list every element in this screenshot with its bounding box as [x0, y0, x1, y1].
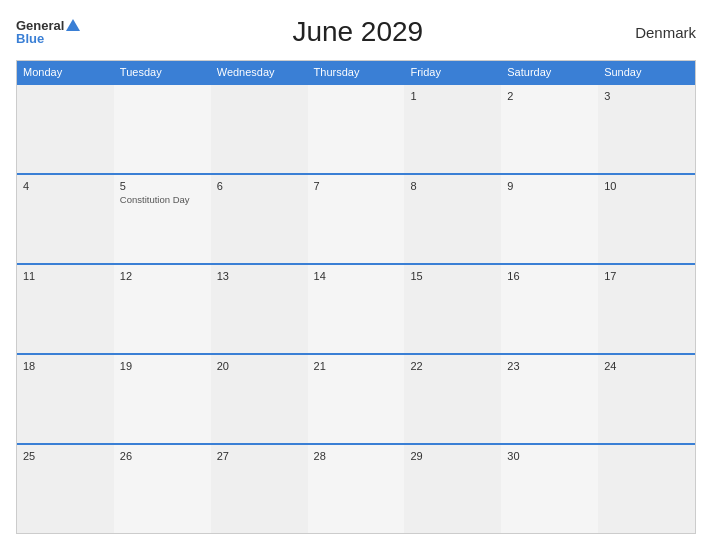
day-number: 24 [604, 360, 689, 372]
day-number: 19 [120, 360, 205, 372]
weekday-header-thursday: Thursday [308, 61, 405, 83]
calendar-cell: 20 [211, 355, 308, 443]
day-number: 14 [314, 270, 399, 282]
calendar-week-5: 252627282930 [17, 443, 695, 533]
calendar-cell: 17 [598, 265, 695, 353]
day-number: 5 [120, 180, 205, 192]
calendar-cell: 16 [501, 265, 598, 353]
calendar-body: 12345Constitution Day6789101112131415161… [17, 83, 695, 533]
calendar-cell: 7 [308, 175, 405, 263]
weekday-header-monday: Monday [17, 61, 114, 83]
day-number: 12 [120, 270, 205, 282]
calendar-cell: 23 [501, 355, 598, 443]
calendar-cell: 19 [114, 355, 211, 443]
day-number: 15 [410, 270, 495, 282]
day-number: 26 [120, 450, 205, 462]
day-number: 30 [507, 450, 592, 462]
day-number: 22 [410, 360, 495, 372]
calendar-cell [114, 85, 211, 173]
country-label: Denmark [635, 24, 696, 41]
calendar-cell [308, 85, 405, 173]
calendar-cell: 25 [17, 445, 114, 533]
logo: General Blue [16, 19, 80, 45]
day-event: Constitution Day [120, 194, 205, 205]
calendar-week-3: 11121314151617 [17, 263, 695, 353]
weekday-header-saturday: Saturday [501, 61, 598, 83]
calendar-cell [17, 85, 114, 173]
calendar-cell: 22 [404, 355, 501, 443]
calendar-cell: 30 [501, 445, 598, 533]
day-number: 2 [507, 90, 592, 102]
page-header: General Blue June 2029 Denmark [16, 16, 696, 48]
weekday-header-friday: Friday [404, 61, 501, 83]
calendar-header: MondayTuesdayWednesdayThursdayFridaySatu… [17, 61, 695, 83]
day-number: 13 [217, 270, 302, 282]
day-number: 23 [507, 360, 592, 372]
day-number: 27 [217, 450, 302, 462]
day-number: 11 [23, 270, 108, 282]
day-number: 4 [23, 180, 108, 192]
calendar-week-4: 18192021222324 [17, 353, 695, 443]
calendar-cell: 9 [501, 175, 598, 263]
day-number: 9 [507, 180, 592, 192]
calendar: MondayTuesdayWednesdayThursdayFridaySatu… [16, 60, 696, 534]
logo-blue-text: Blue [16, 32, 80, 45]
day-number: 20 [217, 360, 302, 372]
calendar-cell: 28 [308, 445, 405, 533]
weekday-header-tuesday: Tuesday [114, 61, 211, 83]
calendar-cell: 14 [308, 265, 405, 353]
weekday-header-sunday: Sunday [598, 61, 695, 83]
weekday-header-wednesday: Wednesday [211, 61, 308, 83]
calendar-cell: 13 [211, 265, 308, 353]
day-number: 18 [23, 360, 108, 372]
calendar-cell: 1 [404, 85, 501, 173]
calendar-cell [598, 445, 695, 533]
calendar-week-2: 45Constitution Day678910 [17, 173, 695, 263]
calendar-cell: 12 [114, 265, 211, 353]
calendar-cell: 5Constitution Day [114, 175, 211, 263]
day-number: 28 [314, 450, 399, 462]
day-number: 16 [507, 270, 592, 282]
calendar-cell: 21 [308, 355, 405, 443]
calendar-cell: 29 [404, 445, 501, 533]
day-number: 8 [410, 180, 495, 192]
calendar-cell: 18 [17, 355, 114, 443]
calendar-cell: 15 [404, 265, 501, 353]
calendar-cell: 6 [211, 175, 308, 263]
day-number: 10 [604, 180, 689, 192]
calendar-cell [211, 85, 308, 173]
day-number: 3 [604, 90, 689, 102]
day-number: 6 [217, 180, 302, 192]
day-number: 1 [410, 90, 495, 102]
calendar-cell: 10 [598, 175, 695, 263]
calendar-cell: 26 [114, 445, 211, 533]
calendar-cell: 2 [501, 85, 598, 173]
calendar-cell: 11 [17, 265, 114, 353]
calendar-cell: 3 [598, 85, 695, 173]
page-title: June 2029 [292, 16, 423, 48]
day-number: 17 [604, 270, 689, 282]
day-number: 25 [23, 450, 108, 462]
calendar-cell: 24 [598, 355, 695, 443]
day-number: 7 [314, 180, 399, 192]
calendar-cell: 8 [404, 175, 501, 263]
calendar-cell: 27 [211, 445, 308, 533]
calendar-week-1: 123 [17, 83, 695, 173]
day-number: 29 [410, 450, 495, 462]
logo-triangle-icon [66, 19, 80, 31]
day-number: 21 [314, 360, 399, 372]
calendar-cell: 4 [17, 175, 114, 263]
